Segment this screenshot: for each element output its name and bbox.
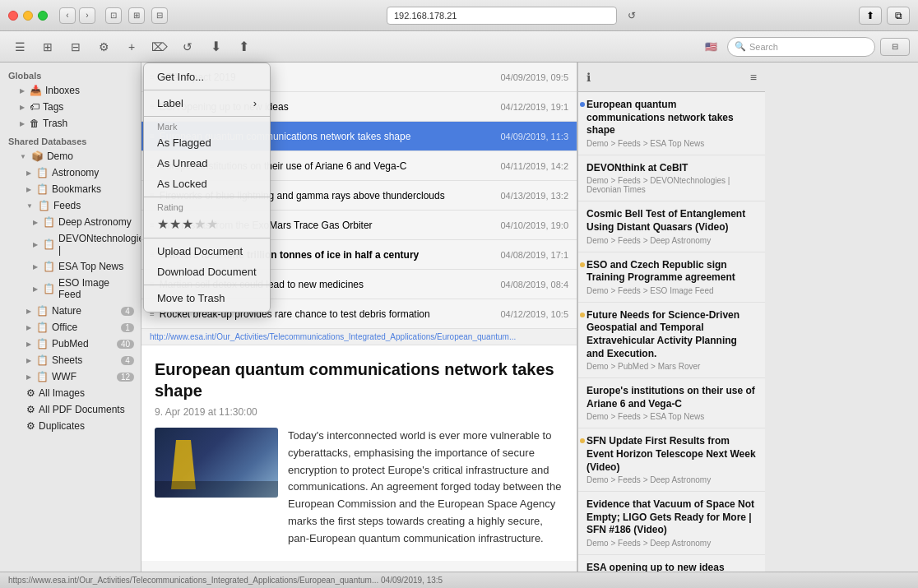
flag-button[interactable]: 🇺🇸	[699, 38, 722, 56]
list-icon[interactable]: ≡	[750, 71, 757, 84]
settings-button[interactable]: ⚙	[92, 35, 115, 58]
view-toggle-button[interactable]: ⊟	[880, 38, 910, 56]
feed-item[interactable]: Europe's institutions on their use of Ar…	[578, 378, 765, 428]
arrow-icon: ▶	[20, 104, 25, 111]
sidebar-item-feeds[interactable]: ▼ 📋 Feeds	[0, 197, 141, 214]
feed-item[interactable]: European quantum communications network …	[578, 92, 765, 155]
sync-button[interactable]: ⬇	[204, 35, 227, 58]
maximize-button[interactable]	[38, 11, 48, 21]
arrow-icon: ▼	[26, 202, 33, 210]
ctx-get-info[interactable]: Get Info...	[144, 67, 270, 87]
feed-item[interactable]: Future Needs for Science-Driven Geospati…	[578, 303, 765, 378]
star-5[interactable]: ★	[206, 217, 219, 231]
layout-toggle1[interactable]: ⊞	[128, 7, 145, 24]
ctx-download[interactable]: Download Document	[144, 262, 270, 282]
folder-icon: 📋	[43, 261, 55, 272]
delete-button[interactable]: ⌦	[148, 35, 171, 58]
feed-item-path: Demo > Feeds > ESO Image Feed	[586, 286, 757, 295]
arrow-icon: ▶	[26, 324, 31, 331]
badge-office: 1	[121, 323, 134, 332]
sidebar-label-eso-image-feed: ESO Image Feed	[58, 277, 134, 300]
ctx-as-flagged[interactable]: As Flagged	[144, 132, 270, 153]
arrow-icon: ▶	[26, 169, 31, 177]
folder-icon: 📋	[36, 183, 49, 195]
ctx-upload[interactable]: Upload Document	[144, 241, 270, 262]
sidebar-item-esa-top-news[interactable]: ▶ 📋 ESA Top News	[0, 258, 141, 275]
back-button[interactable]: ‹	[59, 7, 76, 24]
ctx-as-unread[interactable]: As Unread	[144, 153, 270, 174]
sidebar-item-demo[interactable]: ▼ 📦 Demo	[0, 148, 141, 164]
sidebar-item-deep-astronomy[interactable]: ▶ 📋 Deep Astronomy	[0, 214, 141, 230]
sidebar-item-wwf[interactable]: ▶ 📋 WWF 12	[0, 368, 141, 385]
sidebar-item-nature[interactable]: ▶ 📋 Nature 4	[0, 303, 141, 319]
sidebar-item-office[interactable]: ▶ 📋 Office 1	[0, 319, 141, 336]
feed-item-title: ESO and Czech Republic sign Training Pro…	[586, 259, 757, 285]
ctx-label[interactable]: Label ›	[144, 93, 270, 113]
sidebar-item-duplicates[interactable]: ⚙ Duplicates	[0, 418, 141, 434]
feed-item[interactable]: Cosmic Bell Test of Entanglement Using D…	[578, 201, 765, 252]
info-icon[interactable]: ℹ	[586, 71, 591, 84]
star-rating[interactable]: ★★★★★	[157, 217, 219, 231]
sidebar-toggle[interactable]: ⊡	[105, 7, 122, 24]
share-button[interactable]: ⬆	[859, 7, 882, 25]
tags-icon: 🏷	[30, 101, 39, 113]
star-1[interactable]: ★	[157, 217, 169, 231]
sidebar-item-inboxes[interactable]: ▶ 📥 Inboxes	[0, 82, 141, 99]
article-date: 04/13/2019, 13:2	[500, 191, 568, 201]
ctx-as-locked[interactable]: As Locked	[144, 174, 270, 194]
minimize-button[interactable]	[23, 11, 33, 21]
sidebar-show-button[interactable]: ☰	[8, 35, 31, 58]
arrow-icon: ▶	[26, 373, 31, 381]
sidebar-item-all-images[interactable]: ⚙ All Images	[0, 385, 141, 401]
sidebar-item-devontech[interactable]: ▶ 📋 DEVONtechnologies |	[0, 230, 141, 258]
layout-toggle2[interactable]: ⊟	[151, 7, 168, 24]
article-date: 04/12/2019, 10:5	[500, 309, 568, 319]
add-button[interactable]: +	[120, 35, 143, 58]
dot-indicator	[580, 313, 585, 317]
window-button[interactable]: ⧉	[887, 7, 910, 25]
sidebar-item-eso-image-feed[interactable]: ▶ 📋 ESO Image Feed	[0, 275, 141, 303]
arrow-icon: ▶	[20, 120, 25, 127]
trash-icon: 🗑	[30, 118, 39, 129]
close-button[interactable]	[8, 11, 18, 21]
chevron-right-icon: ›	[253, 97, 257, 109]
ctx-stars[interactable]: ★★★★★	[144, 213, 270, 235]
refresh-button[interactable]: ↺	[624, 7, 640, 24]
sidebar-item-astronomy[interactable]: ▶ 📋 Astronomy	[0, 164, 141, 181]
sync2-button[interactable]: ⬆	[232, 35, 255, 58]
sidebar-item-bookmarks[interactable]: ▶ 📋 Bookmarks	[0, 181, 141, 197]
sidebar-label-wwf: WWF	[52, 371, 76, 382]
arrow-icon: ▶	[33, 285, 38, 293]
feed-item[interactable]: SFN Update First Results from Event Hori…	[578, 428, 765, 492]
ctx-move-trash[interactable]: Move to Trash	[144, 288, 270, 308]
feed-item[interactable]: Evidence that Vacuum of Space Not Empty;…	[578, 492, 765, 555]
feed-item[interactable]: DEVONthink at CeBIT Demo > Feeds > DEVON…	[578, 155, 765, 202]
sidebar-item-all-pdf[interactable]: ⚙ All PDF Documents	[0, 401, 141, 418]
folder-icon: 📋	[43, 216, 55, 228]
demo-icon: 📦	[31, 150, 44, 162]
refresh-button[interactable]: ↺	[176, 35, 199, 58]
titlebar: ‹ › ⊡ ⊞ ⊟ 192.168.178.21 ↺ ⬆ ⧉	[0, 0, 918, 31]
feed-item-title: European quantum communications network …	[586, 99, 757, 137]
sidebar-item-sheets[interactable]: ▶ 📋 Sheets 4	[0, 352, 141, 368]
arrow-icon: ▶	[33, 219, 38, 226]
ctx-divider	[144, 197, 270, 197]
arrow-icon: ▶	[26, 186, 31, 193]
url-bar[interactable]: 192.168.178.21	[387, 7, 617, 25]
star-3[interactable]: ★	[182, 217, 194, 231]
search-box[interactable]: 🔍 Search	[727, 37, 875, 57]
search-icon: 🔍	[735, 41, 746, 52]
folder-icon: 📋	[43, 283, 55, 294]
feed-item[interactable]: ESO and Czech Republic sign Training Pro…	[578, 252, 765, 303]
sidebar-item-tags[interactable]: ▶ 🏷 Tags	[0, 99, 141, 115]
star-2[interactable]: ★	[169, 217, 182, 231]
article-date: 04/12/2019, 19:1	[500, 102, 568, 112]
sidebar-item-pubmed[interactable]: ▶ 📋 PubMed 40	[0, 336, 141, 352]
sidebar-item-trash[interactable]: ▶ 🗑 Trash	[0, 115, 141, 132]
view-split-button[interactable]: ⊟	[64, 35, 87, 58]
forward-button[interactable]: ›	[79, 7, 95, 24]
arrow-icon: ▼	[20, 153, 26, 160]
star-4[interactable]: ★	[194, 217, 206, 231]
badge-pubmed: 40	[117, 340, 134, 349]
view-icon-button[interactable]: ⊞	[36, 35, 59, 58]
